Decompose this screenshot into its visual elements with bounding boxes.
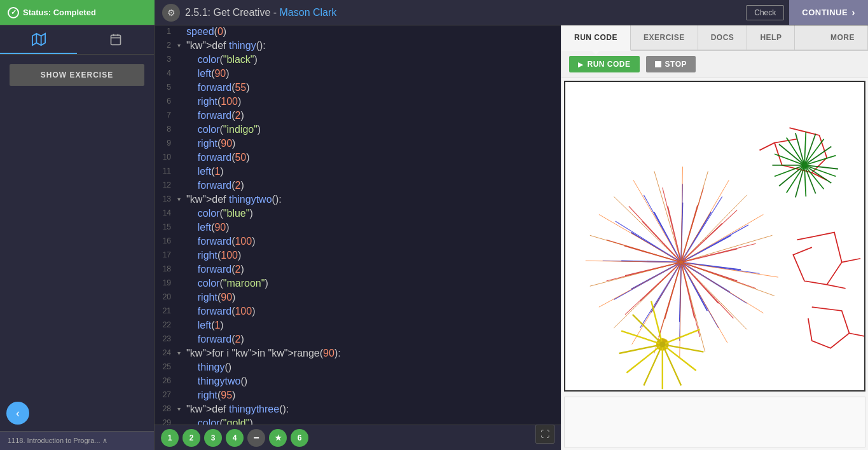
line-arrow	[177, 236, 186, 238]
progress-step-6[interactable]: 6	[291, 429, 308, 447]
nav-back-button[interactable]: ‹	[6, 402, 29, 425]
code-line: 28▾"kw">def thingythree():	[155, 403, 561, 417]
progress-step-1[interactable]: 1	[161, 429, 179, 447]
console-area	[564, 397, 865, 447]
line-number: 13	[155, 194, 177, 203]
line-number: 25	[155, 362, 177, 371]
stop-icon	[655, 61, 661, 67]
status-bar: ✓ Status: Completed	[0, 0, 155, 25]
code-line: 21 forward(100)	[155, 305, 561, 319]
tab-more[interactable]: MORE	[818, 25, 868, 50]
stop-button[interactable]: STOP	[646, 56, 696, 72]
run-controls: ▶ RUN CODE STOP	[561, 51, 868, 78]
line-arrow	[177, 82, 186, 84]
code-line: 1speed(0)	[155, 25, 561, 39]
line-arrow	[177, 320, 186, 322]
progress-step-2[interactable]: 2	[183, 429, 200, 447]
line-number: 26	[155, 376, 177, 385]
code-line: 11 left(1)	[155, 165, 561, 179]
tab-run-code[interactable]: RUN CODE	[561, 25, 631, 51]
continue-arrow-icon: ›	[851, 7, 855, 18]
line-arrow	[177, 306, 186, 308]
line-code: forward(50)	[186, 152, 561, 163]
svg-line-94	[775, 154, 804, 165]
line-number: 14	[155, 208, 177, 217]
line-number: 19	[155, 278, 177, 287]
progress-step-3[interactable]: 3	[204, 429, 222, 447]
code-line: 26 thingytwo()	[155, 375, 561, 389]
sidebar-footer: ‹	[0, 395, 154, 431]
line-arrow	[177, 26, 186, 28]
line-number: 21	[155, 306, 177, 315]
sidebar-content	[0, 95, 154, 395]
line-number: 9	[155, 138, 177, 147]
line-code: color("blue")	[186, 208, 561, 219]
lesson-code: 2.5.1:	[185, 7, 210, 18]
fullscreen-button[interactable]: ⛶	[535, 425, 555, 444]
tab-exercise[interactable]: EXERCISE	[631, 25, 698, 50]
sidebar-tab-map[interactable]	[0, 25, 77, 54]
show-exercise-button[interactable]: SHOW EXERCISE	[10, 64, 144, 86]
run-code-button[interactable]: ▶ RUN CODE	[569, 56, 640, 72]
code-line: 15 left(90)	[155, 221, 561, 235]
check-button[interactable]: Check	[746, 5, 784, 20]
svg-line-95	[779, 144, 804, 165]
line-code: forward(2)	[186, 180, 561, 191]
line-number: 2	[155, 40, 177, 50]
sidebar-tab-calendar[interactable]	[77, 25, 154, 54]
progress-step-star[interactable]: ★	[269, 429, 287, 447]
line-number: 27	[155, 390, 177, 399]
svg-marker-0	[32, 33, 45, 44]
line-code: left(1)	[186, 320, 561, 331]
svg-line-91	[779, 165, 804, 186]
line-arrow	[177, 180, 186, 182]
svg-line-107	[663, 329, 700, 344]
line-code: color("gold")	[186, 418, 561, 425]
right-panel: RUN CODE EXERCISE DOCS HELP MORE ▶ RUN C…	[561, 25, 868, 450]
top-bar: ✓ Status: Completed ⚙ 2.5.1: Get Creativ…	[0, 0, 868, 25]
progress-step-4[interactable]: 4	[226, 429, 244, 447]
line-arrow	[177, 390, 186, 392]
line-arrow	[177, 166, 186, 168]
code-line: 16 forward(100)	[155, 235, 561, 249]
svg-line-110	[663, 344, 681, 386]
line-number: 5	[155, 82, 177, 92]
run-code-label: RUN CODE	[588, 60, 631, 69]
play-icon: ▶	[578, 61, 584, 68]
lesson-info: 1118. Introduction to Progra... ∧	[0, 431, 154, 450]
line-number: 24	[155, 348, 177, 357]
line-arrow	[177, 222, 186, 224]
line-code: left(1)	[186, 166, 561, 177]
line-number: 3	[155, 54, 177, 64]
svg-line-109	[663, 344, 696, 371]
line-arrow	[177, 138, 186, 140]
student-name: Mason Clark	[280, 7, 337, 18]
line-code: right(90)	[186, 138, 561, 149]
code-line: 10 forward(50)	[155, 151, 561, 165]
line-arrow: ▾	[177, 404, 186, 412]
tab-docs[interactable]: DOCS	[698, 25, 748, 50]
line-code: forward(2)	[186, 110, 561, 121]
continue-button[interactable]: CONTINUE ›	[789, 0, 868, 25]
line-arrow	[177, 208, 186, 210]
svg-point-118	[659, 341, 665, 347]
line-code: "kw">def thingy():	[186, 40, 561, 51]
svg-line-104	[842, 259, 860, 262]
line-number: 16	[155, 236, 177, 245]
status-label: Status: Completed	[23, 8, 96, 17]
line-arrow	[177, 110, 186, 112]
line-number: 11	[155, 166, 177, 175]
turtle-canvas	[564, 81, 865, 392]
lesson-info-text: 1118. Introduction to Progra...	[8, 437, 100, 444]
line-arrow	[177, 124, 186, 126]
line-arrow	[177, 96, 186, 98]
code-editor[interactable]: 1speed(0)2▾"kw">def thingy():3 color("bl…	[155, 25, 561, 425]
line-code: color("black")	[186, 54, 561, 65]
code-line: 4 left(90)	[155, 67, 561, 81]
progress-step-minus[interactable]: −	[247, 429, 265, 447]
line-number: 6	[155, 96, 177, 106]
line-code: forward(2)	[186, 264, 561, 275]
tab-help[interactable]: HELP	[747, 25, 795, 50]
line-number: 28	[155, 404, 177, 413]
code-line: 27 right(95)	[155, 389, 561, 403]
